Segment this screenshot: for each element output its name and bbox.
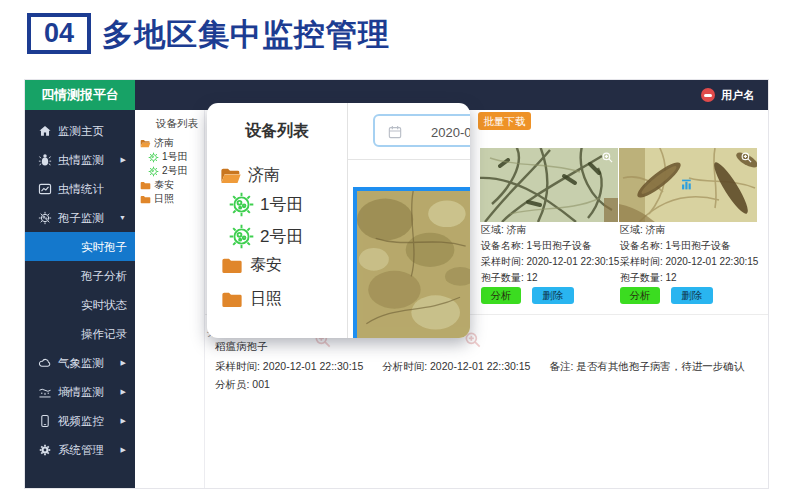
gear-icon — [38, 443, 52, 457]
popup-tree-node-jinan[interactable]: 济南 — [220, 163, 280, 187]
popup-tree-node-field2[interactable]: 2号田 — [228, 222, 303, 250]
spore-microscope-image[interactable] — [619, 148, 757, 222]
folder-icon — [140, 180, 151, 191]
analyze-button[interactable]: 分析 — [481, 287, 521, 304]
sidebar-item-realtime-spore[interactable]: 实时孢子 — [25, 232, 135, 261]
zoom-in-icon[interactable] — [740, 151, 753, 164]
card-sample-time: 采样时间: 2020-12-01 22:30:15 — [620, 255, 758, 269]
tree-node-jinan[interactable]: 济南 — [140, 136, 174, 150]
delete-button[interactable]: 删除 — [532, 287, 574, 304]
device-list-panel: 设备列表 济南 1号田 2号田 泰安 日照 — [135, 110, 205, 488]
chevron-right-icon: ▶ — [121, 388, 126, 396]
folder-open-icon — [220, 166, 242, 185]
card-region: 区域: 济南 — [481, 223, 527, 237]
spore-icon — [228, 223, 255, 250]
spore-microscope-image[interactable] — [480, 148, 618, 222]
page-title: 多地区集中监控管理 — [102, 14, 390, 56]
chevron-right-icon: ▶ — [121, 359, 126, 367]
spore-sample-card: 区域: 济南 设备名称: 1号田孢子设备 采样时间: 2020-12-01 22… — [619, 148, 757, 222]
sidebar-item-system-admin[interactable]: 系统管理 ▶ — [25, 435, 135, 464]
detail-remark: 备注: 是否有其他孢子病害，待进一步确认 — [549, 360, 744, 372]
batch-download-button[interactable]: 批量下载 — [478, 112, 531, 130]
home-icon — [38, 124, 52, 138]
detail-sample-time: 采样时间: 2020-12-01 22::30:15 — [215, 360, 363, 372]
card-device-name: 设备名称: 1号田孢子设备 — [481, 239, 592, 253]
detail-analysis-time: 分析时间: 2020-12-01 22::30:15 — [382, 360, 530, 372]
date-value: 2020-02 — [431, 125, 470, 140]
cloud-icon — [38, 356, 52, 370]
spore-icon — [228, 191, 255, 218]
spore-icon — [38, 211, 52, 225]
sidebar-nav: 监测主页 虫情监测 ▶ 虫情统计 孢子监测 ▼ 实时孢子 孢子分析 — [25, 110, 135, 488]
slide-canvas: 04 多地区集中监控管理 四情测报平台 用户名 监测主页 虫情监测 ▶ — [0, 0, 790, 502]
user-avatar-icon — [701, 88, 715, 102]
popup-divider — [347, 103, 348, 338]
chart-icon — [38, 182, 52, 196]
spore-icon — [148, 152, 159, 163]
folder-icon — [221, 256, 243, 275]
zoom-in-icon[interactable] — [601, 151, 614, 164]
analysis-chart-icon[interactable] — [681, 178, 694, 191]
sidebar-item-spore-monitor[interactable]: 孢子监测 ▼ — [25, 203, 135, 232]
sidebar-item-spore-analysis[interactable]: 孢子分析 — [25, 261, 135, 290]
calendar-icon — [387, 124, 403, 140]
section-number-badge: 04 — [27, 13, 91, 54]
folder-icon — [140, 194, 151, 205]
chevron-right-icon: ▶ — [121, 446, 126, 454]
sidebar-item-monitor-home[interactable]: 监测主页 — [25, 116, 135, 145]
card-spore-count: 孢子数量: 12 — [620, 271, 677, 285]
card-spore-count: 孢子数量: 12 — [481, 271, 538, 285]
soil-icon — [38, 385, 52, 399]
popup-divider — [348, 159, 470, 160]
app-logo: 四情测报平台 — [25, 80, 135, 110]
sidebar-item-insect-monitor[interactable]: 虫情监测 ▶ — [25, 145, 135, 174]
detail-analyst: 分析员: 001 — [215, 378, 270, 392]
zoom-callout-popup: 设备列表 济南 1号田 2号田 泰安 日照 — [207, 103, 470, 338]
app-window: 四情测报平台 用户名 监测主页 虫情监测 ▶ 虫情统计 — [25, 80, 768, 488]
video-icon — [38, 414, 52, 428]
card-sample-time: 采样时间: 2020-12-01 22:30:15 — [481, 255, 619, 269]
tree-node-rizhao[interactable]: 日照 — [140, 192, 174, 206]
sidebar-item-insect-stats[interactable]: 虫情统计 — [25, 174, 135, 203]
spore-icon — [148, 166, 159, 177]
tree-node-field2[interactable]: 2号田 — [148, 164, 188, 178]
chevron-right-icon: ▶ — [121, 156, 126, 164]
detail-spore-name: 稻瘟病孢子 — [215, 340, 268, 354]
popup-tree-node-field1[interactable]: 1号田 — [228, 190, 303, 218]
tree-node-field1[interactable]: 1号田 — [148, 150, 188, 164]
sidebar-item-weather-monitor[interactable]: 气象监测 ▶ — [25, 348, 135, 377]
chevron-down-icon: ▼ — [119, 214, 126, 221]
popup-device-list-title: 设备列表 — [207, 121, 347, 142]
delete-button[interactable]: 删除 — [671, 287, 713, 304]
card-device-name: 设备名称: 1号田孢子设备 — [620, 239, 731, 253]
user-menu[interactable]: 用户名 — [701, 80, 754, 110]
chevron-right-icon: ▶ — [121, 417, 126, 425]
bug-icon — [38, 153, 52, 167]
spore-sample-card: 区域: 济南 设备名称: 1号田孢子设备 采样时间: 2020-12-01 22… — [480, 148, 618, 222]
sidebar-item-video-monitor[interactable]: 视频监控 ▶ — [25, 406, 135, 435]
detail-times-row: 采样时间: 2020-12-01 22::30:15 分析时间: 2020-12… — [215, 360, 760, 374]
popup-tree-node-taian[interactable]: 泰安 — [221, 253, 282, 277]
card-region: 区域: 济南 — [620, 223, 666, 237]
username-label: 用户名 — [721, 88, 754, 103]
sidebar-item-operation-log[interactable]: 操作记录 — [25, 319, 135, 348]
popup-tree-node-rizhao[interactable]: 日照 — [221, 287, 282, 311]
date-picker-input[interactable]: 2020-02 — [373, 114, 470, 147]
device-list-title: 设备列表 — [156, 117, 198, 131]
popup-microscope-image[interactable] — [353, 187, 470, 338]
folder-open-icon — [140, 138, 151, 149]
folder-icon — [221, 290, 243, 309]
tree-node-taian[interactable]: 泰安 — [140, 178, 174, 192]
sidebar-item-realtime-status[interactable]: 实时状态 — [25, 290, 135, 319]
analyze-button[interactable]: 分析 — [620, 287, 660, 304]
sidebar-item-soil-moisture[interactable]: 墒情监测 ▶ — [25, 377, 135, 406]
